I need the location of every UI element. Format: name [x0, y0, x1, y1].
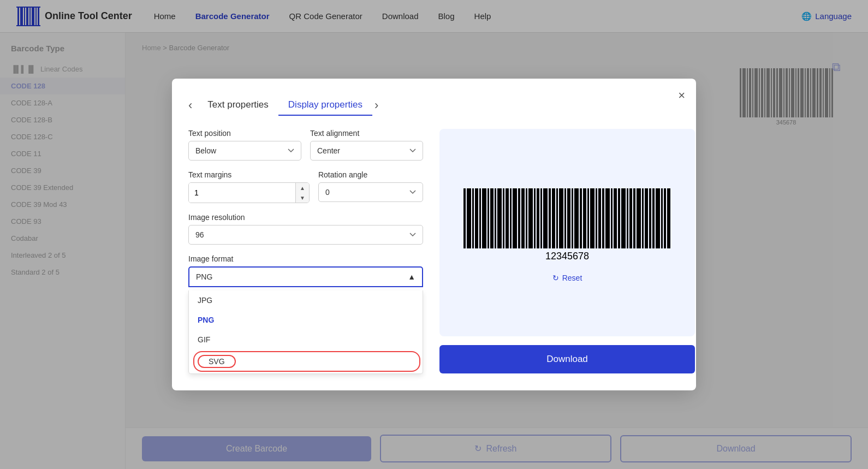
svg-rect-58 — [526, 188, 527, 248]
text-margins-input[interactable] — [189, 183, 295, 203]
svg-rect-45 — [475, 188, 478, 248]
download-button-modal[interactable]: Download — [439, 345, 695, 373]
modal-preview: 12345678 ↻ Reset Download — [439, 129, 695, 374]
svg-rect-92 — [656, 188, 660, 248]
modal-form: Text position Above Below Hidden Text al… — [188, 129, 423, 374]
svg-rect-91 — [652, 188, 655, 248]
svg-rect-77 — [598, 188, 601, 248]
form-group-resolution: Image resolution 72 96 150 300 — [188, 213, 423, 245]
barcode-preview-svg: 12345678 — [453, 183, 682, 265]
svg-rect-51 — [497, 188, 502, 248]
svg-rect-83 — [621, 188, 626, 248]
svg-rect-94 — [664, 188, 666, 248]
rotation-angle-select[interactable]: 0 90 180 270 — [318, 182, 423, 202]
form-group-text-margins: Text margins ▲ ▼ — [188, 170, 310, 203]
svg-rect-88 — [642, 188, 644, 248]
form-row-3: Image resolution 72 96 150 300 — [188, 213, 423, 245]
svg-rect-71 — [574, 188, 579, 248]
format-selected-value: PNG — [196, 272, 212, 281]
svg-rect-76 — [596, 188, 597, 248]
modal-body: Text position Above Below Hidden Text al… — [188, 129, 680, 374]
svg-rect-79 — [605, 188, 610, 248]
format-option-jpg[interactable]: JPG — [189, 290, 423, 310]
form-group-text-position: Text position Above Below Hidden — [188, 129, 301, 161]
svg-rect-78 — [602, 188, 604, 248]
text-margins-label: Text margins — [188, 170, 310, 179]
reset-icon: ↻ — [552, 274, 559, 282]
form-group-text-alignment: Text alignment Left Center Right — [310, 129, 423, 161]
svg-rect-66 — [556, 188, 558, 248]
tab-nav-left[interactable]: ‹ — [188, 98, 192, 112]
form-row-2: Text margins ▲ ▼ Rotation angle 0 — [188, 170, 423, 203]
svg-rect-65 — [552, 188, 555, 248]
image-format-label: Image format — [188, 254, 423, 263]
svg-rect-59 — [528, 188, 533, 248]
form-row-1: Text position Above Below Hidden Text al… — [188, 129, 423, 161]
modal-tabs: ‹ Text properties Display properties › — [188, 95, 680, 116]
svg-rect-46 — [479, 188, 481, 248]
svg-rect-44 — [472, 188, 474, 248]
svg-rect-42 — [463, 188, 466, 248]
modal-dialog: ‹ Text properties Display properties › ×… — [172, 79, 696, 390]
svg-rect-73 — [583, 188, 586, 248]
svg-rect-80 — [611, 188, 613, 248]
svg-rect-70 — [572, 188, 573, 248]
svg-rect-56 — [518, 188, 520, 248]
format-option-png[interactable]: PNG — [189, 310, 423, 330]
svg-rect-52 — [503, 188, 504, 248]
svg-rect-63 — [543, 188, 548, 248]
text-margins-spinner: ▲ ▼ — [188, 182, 310, 203]
svg-rect-82 — [618, 188, 620, 248]
text-alignment-select[interactable]: Left Center Right — [310, 141, 423, 161]
svg-rect-50 — [495, 188, 496, 248]
svg-rect-47 — [482, 188, 486, 248]
image-format-select[interactable]: PNG ▲ — [188, 266, 423, 287]
svg-rect-89 — [645, 188, 648, 248]
barcode-svg-container: 12345678 — [453, 183, 682, 265]
form-group-rotation: Rotation angle 0 90 180 270 — [318, 170, 423, 203]
spinner-up[interactable]: ▲ — [296, 183, 309, 193]
tab-text-properties[interactable]: Text properties — [198, 95, 278, 116]
format-option-gif[interactable]: GIF — [189, 330, 423, 349]
modal-overlay: ‹ Text properties Display properties › ×… — [0, 0, 868, 469]
svg-option-label: SVG — [198, 355, 236, 368]
svg-text:12345678: 12345678 — [545, 251, 589, 262]
reset-label: Reset — [562, 274, 582, 282]
svg-rect-62 — [540, 188, 542, 248]
tab-nav-right[interactable]: › — [374, 98, 378, 112]
form-group-format: Image format PNG ▲ JPG PNG GIF SVG — [188, 254, 423, 374]
svg-rect-49 — [490, 188, 494, 248]
svg-rect-87 — [637, 188, 641, 248]
svg-rect-54 — [510, 188, 512, 248]
chevron-up-icon: ▲ — [408, 272, 415, 281]
tab-display-properties[interactable]: Display properties — [278, 95, 372, 116]
svg-rect-95 — [667, 188, 670, 248]
svg-rect-67 — [559, 188, 563, 248]
svg-rect-64 — [549, 188, 551, 248]
svg-rect-75 — [590, 188, 594, 248]
spinner-down[interactable]: ▼ — [296, 193, 309, 203]
svg-rect-60 — [534, 188, 536, 248]
svg-rect-53 — [506, 188, 509, 248]
text-position-label: Text position — [188, 129, 301, 138]
image-resolution-select[interactable]: 72 96 150 300 — [188, 225, 423, 245]
spinner-buttons: ▲ ▼ — [295, 183, 309, 203]
reset-button[interactable]: ↻ Reset — [552, 274, 582, 282]
format-option-svg[interactable]: SVG — [189, 349, 423, 373]
svg-rect-81 — [614, 188, 617, 248]
text-position-select[interactable]: Above Below Hidden — [188, 141, 301, 161]
svg-rect-55 — [513, 188, 517, 248]
modal-close-button[interactable]: × — [678, 88, 685, 103]
barcode-preview-box: 12345678 ↻ Reset — [439, 129, 695, 336]
format-dropdown: JPG PNG GIF SVG — [188, 290, 423, 374]
svg-rect-90 — [649, 188, 651, 248]
svg-rect-74 — [587, 188, 589, 248]
svg-rect-85 — [629, 188, 632, 248]
svg-rect-93 — [661, 188, 663, 248]
text-alignment-label: Text alignment — [310, 129, 423, 138]
svg-rect-68 — [564, 188, 566, 248]
image-resolution-label: Image resolution — [188, 213, 423, 222]
svg-rect-69 — [567, 188, 570, 248]
svg-rect-86 — [633, 188, 635, 248]
svg-rect-72 — [580, 188, 582, 248]
